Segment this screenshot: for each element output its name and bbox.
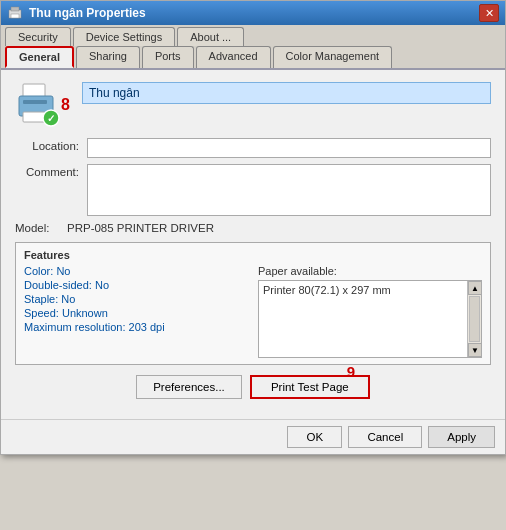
location-input[interactable] [87, 138, 491, 158]
tab-about[interactable]: About ... [177, 27, 244, 46]
paper-list: Printer 80(72.1) x 297 mm [259, 281, 467, 357]
scrollbar[interactable]: ▲ ▼ [467, 281, 481, 357]
scroll-up-button[interactable]: ▲ [468, 281, 482, 295]
ok-button[interactable]: OK [287, 426, 342, 448]
printer-name-input[interactable] [82, 82, 491, 104]
svg-rect-1 [11, 7, 19, 11]
tabs-bottom-row: General Sharing Ports Advanced Color Man… [1, 46, 505, 70]
color-feature: Color: No [24, 265, 248, 277]
window-title: Thu ngân Properties [29, 6, 146, 20]
svg-rect-6 [23, 112, 45, 122]
apply-button[interactable]: Apply [428, 426, 495, 448]
tab-security[interactable]: Security [5, 27, 71, 46]
printer-header: ✓ 8 [15, 82, 491, 128]
paper-list-scroll: Printer 80(72.1) x 297 mm ▲ ▼ [258, 280, 482, 358]
features-right: Paper available: Printer 80(72.1) x 297 … [258, 265, 482, 358]
close-button[interactable]: ✕ [479, 4, 499, 22]
tab-device-settings[interactable]: Device Settings [73, 27, 175, 46]
scroll-down-button[interactable]: ▼ [468, 343, 482, 357]
window-icon [7, 5, 23, 21]
features-box: Features Color: No Double-sided: No Stap… [15, 242, 491, 365]
properties-window: Thu ngân Properties ✕ Security Device Se… [0, 0, 506, 455]
model-row: Model: PRP-085 PRINTER DRIVER [15, 222, 491, 234]
comment-row: Comment: [15, 164, 491, 216]
location-label: Location: [15, 138, 87, 152]
title-bar-left: Thu ngân Properties [7, 5, 146, 21]
features-left: Color: No Double-sided: No Staple: No Sp… [24, 265, 248, 358]
cancel-button[interactable]: Cancel [348, 426, 422, 448]
bottom-buttons: OK Cancel Apply [1, 419, 505, 454]
badge-9: 9 [347, 363, 355, 380]
max-resolution-feature: Maximum resolution: 203 dpi [24, 321, 248, 333]
model-value: PRP-085 PRINTER DRIVER [67, 222, 214, 234]
svg-rect-5 [23, 100, 47, 104]
title-bar: Thu ngân Properties ✕ [1, 1, 505, 25]
comment-input[interactable] [87, 164, 491, 216]
list-item: Printer 80(72.1) x 297 mm [263, 283, 463, 297]
printer-icon: ✓ [15, 82, 61, 128]
tab-color-management[interactable]: Color Management [273, 46, 393, 68]
tab-advanced[interactable]: Advanced [196, 46, 271, 68]
double-sided-feature: Double-sided: No [24, 279, 248, 291]
features-content: Color: No Double-sided: No Staple: No Sp… [24, 265, 482, 358]
action-buttons-area: 9 Preferences... Print Test Page [15, 375, 491, 399]
tab-ports[interactable]: Ports [142, 46, 194, 68]
features-title: Features [24, 249, 482, 261]
staple-feature: Staple: No [24, 293, 248, 305]
svg-text:✓: ✓ [47, 113, 55, 124]
action-buttons-row: Preferences... Print Test Page [15, 375, 491, 399]
comment-label: Comment: [15, 164, 87, 178]
badge-8: 8 [61, 97, 70, 113]
speed-feature: Speed: Unknown [24, 307, 248, 319]
preferences-button[interactable]: Preferences... [136, 375, 242, 399]
tab-general[interactable]: General [5, 46, 74, 68]
svg-rect-2 [11, 14, 19, 18]
scroll-thumb[interactable] [469, 296, 480, 342]
content-area: ✓ 8 Location: Comment: Model: PRP-085 PR… [1, 70, 505, 419]
paper-available-label: Paper available: [258, 265, 482, 277]
location-row: Location: [15, 138, 491, 158]
model-label: Model: [15, 222, 67, 234]
tab-sharing[interactable]: Sharing [76, 46, 140, 68]
tabs-top-row: Security Device Settings About ... [1, 25, 505, 46]
